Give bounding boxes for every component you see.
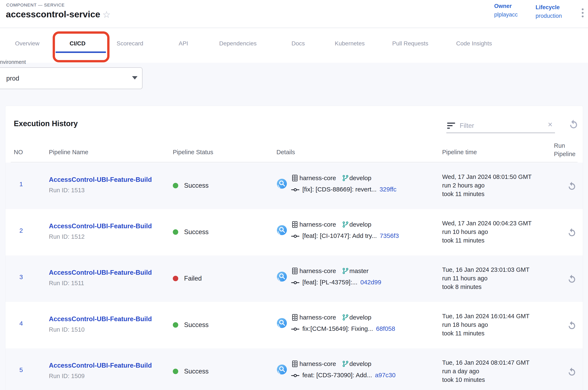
detail-lines: harness-core develop [291, 359, 395, 380]
time-ran: run a day ago [442, 367, 529, 376]
commit-hash-link[interactable]: 68f058 [376, 325, 395, 332]
commit-message: [feat]: [CI-10747]: Add try... [302, 232, 377, 239]
pipeline-status-cell: Success [173, 228, 208, 236]
pipeline-time-cell: Tue, 16 Jan 2024 23:01:03 GMT run 11 hou… [442, 265, 529, 291]
run-pipeline-icon[interactable] [567, 367, 579, 377]
run-pipeline-icon[interactable] [567, 274, 579, 284]
filter-field: × [446, 120, 555, 133]
pipeline-time-cell: Tue, 16 Jan 2024 16:01:44 GMT run 18 hou… [442, 312, 529, 338]
commit-line: [fix]: [CDS-88669]: revert... 329ffc [291, 184, 396, 194]
commit-message: fix:[CCM-15649]: Fixing... [302, 325, 373, 332]
pipeline-status-cell: Failed [173, 275, 202, 282]
lifecycle-link[interactable]: production [536, 13, 562, 19]
status-dot [173, 322, 178, 328]
status-label: Success [184, 368, 208, 375]
branch-name: develop [349, 221, 371, 228]
repo-branch-line: harness-core develop [291, 312, 395, 322]
pipeline-name-cell: AccessControl-UBI-Feature-Build Run ID: … [49, 222, 152, 240]
time-gmt: Wed, 17 Jan 2024 08:01:50 GMT [442, 173, 532, 181]
time-took: took 10 minutes [442, 376, 529, 384]
status-dot [173, 229, 178, 235]
detail-lines: harness-core develop [291, 312, 395, 334]
owner-meta: Owner plplayacc [494, 3, 518, 18]
run-id: Run ID: 1510 [49, 326, 152, 333]
refresh-icon[interactable] [568, 119, 579, 130]
git-branch-icon [342, 314, 349, 321]
detail-lines: harness-core develop [291, 219, 399, 241]
table-header-divider [11, 162, 578, 162]
time-gmt: Tue, 16 Jan 2024 16:01:44 GMT [442, 312, 529, 321]
tab-pull-requests[interactable]: Pull Requests [392, 40, 428, 47]
repository-icon [291, 221, 299, 228]
harness-build-icon [276, 318, 287, 329]
owner-link[interactable]: plplayacc [494, 11, 518, 18]
status-label: Failed [184, 275, 202, 282]
pipeline-name-link[interactable]: AccessControl-UBI-Feature-Build [49, 315, 152, 323]
entity-kind-label: COMPONENT — SERVICE [6, 2, 65, 7]
branch-name: develop [349, 360, 371, 367]
page-title: accesscontrol-service [6, 9, 100, 19]
branch-name: develop [349, 175, 371, 182]
row-number[interactable]: 5 [14, 366, 28, 374]
run-pipeline-icon[interactable] [567, 227, 579, 238]
git-commit-icon [291, 372, 299, 378]
pipeline-name-link[interactable]: AccessControl-UBI-Feature-Build [49, 222, 152, 230]
commit-hash-link[interactable]: 329ffc [380, 186, 396, 193]
tab-overview[interactable]: Overview [15, 40, 39, 47]
branch-name: develop [349, 314, 371, 321]
row-number[interactable]: 2 [14, 227, 28, 234]
tab-bar: Overview CI/CD Scorecard API Dependencie… [0, 28, 588, 63]
owner-label: Owner [494, 3, 518, 9]
time-ran: run 11 hours ago [442, 274, 529, 283]
active-tab-underline [56, 51, 106, 53]
pipeline-name-link[interactable]: AccessControl-UBI-Feature-Build [49, 176, 152, 184]
tab-cicd[interactable]: CI/CD [70, 40, 85, 47]
table-row: 2 AccessControl-UBI-Feature-Build Run ID… [5, 209, 583, 255]
harness-build-icon [276, 271, 287, 282]
commit-hash-link[interactable]: 042d99 [360, 279, 381, 286]
col-header-run: Run Pipeline [554, 142, 582, 158]
git-commit-icon [291, 187, 299, 192]
pipeline-name-link[interactable]: AccessControl-UBI-Feature-Build [49, 269, 152, 276]
run-pipeline-icon[interactable] [567, 181, 579, 192]
pipeline-name-cell: AccessControl-UBI-Feature-Build Run ID: … [49, 176, 152, 194]
time-took: took 11 minutes [442, 236, 532, 245]
tab-scorecard[interactable]: Scorecard [117, 40, 143, 47]
run-id: Run ID: 1509 [49, 373, 152, 380]
status-dot [173, 183, 178, 188]
execution-history-card: Execution History × NO Pipeline Name Pip… [5, 106, 583, 390]
commit-message: [feat]: [PL-43759]:... [302, 279, 357, 286]
tab-api[interactable]: API [179, 40, 188, 47]
details-cell: harness-core develop [276, 312, 395, 334]
row-number[interactable]: 3 [14, 273, 28, 281]
tab-docs[interactable]: Docs [291, 40, 305, 47]
row-number[interactable]: 1 [14, 181, 28, 188]
more-options-icon[interactable] [578, 7, 587, 21]
pipeline-name-link[interactable]: AccessControl-UBI-Feature-Build [49, 362, 152, 369]
table-row: 3 AccessControl-UBI-Feature-Build Run ID… [5, 255, 583, 302]
environment-label: nvironment [0, 59, 26, 65]
repo-branch-line: harness-core master [291, 266, 381, 276]
favorite-star-icon[interactable]: ☆ [102, 10, 111, 19]
run-id: Run ID: 1513 [49, 187, 152, 194]
run-id: Run ID: 1512 [49, 233, 152, 240]
commit-message: feat: [CDS-73090]: Add... [302, 372, 372, 379]
status-dot [173, 369, 178, 374]
tab-kubernetes[interactable]: Kubernetes [335, 40, 365, 47]
filter-input[interactable] [459, 121, 535, 131]
repository-icon [291, 267, 299, 275]
time-gmt: Tue, 16 Jan 2024 23:01:03 GMT [442, 265, 529, 274]
tab-dependencies[interactable]: Dependencies [219, 40, 257, 47]
commit-hash-link[interactable]: a97c30 [375, 372, 395, 379]
row-number[interactable]: 4 [14, 320, 28, 327]
branch-name: master [349, 267, 369, 275]
run-pipeline-icon[interactable] [567, 320, 579, 331]
commit-hash-link[interactable]: 7356f3 [380, 232, 399, 239]
pipeline-name-cell: AccessControl-UBI-Feature-Build Run ID: … [49, 362, 152, 380]
tab-code-insights[interactable]: Code Insights [456, 40, 492, 47]
chevron-down-icon [132, 76, 137, 80]
clear-filter-icon[interactable]: × [548, 120, 552, 129]
environment-dropdown[interactable]: prod [0, 67, 143, 89]
time-ran: run 10 hours ago [442, 228, 532, 236]
time-took: took 11 minutes [442, 190, 532, 198]
